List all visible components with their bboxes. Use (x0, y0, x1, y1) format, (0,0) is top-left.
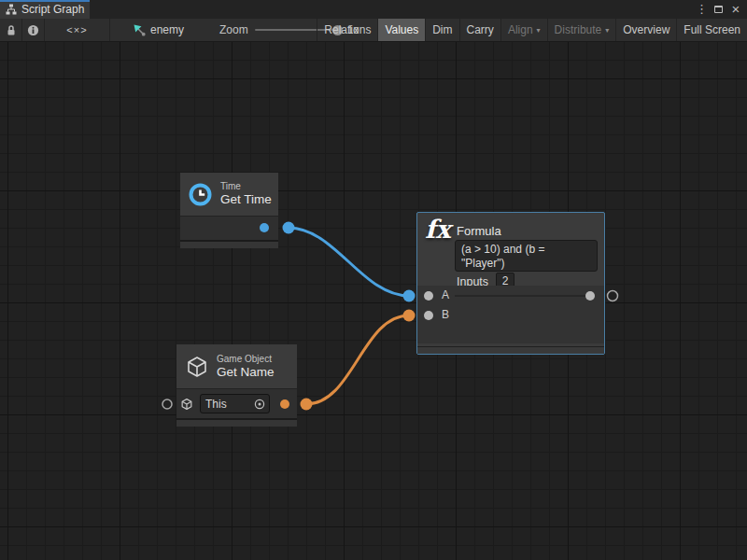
node-title: Get Name (217, 365, 275, 380)
node-category: Time (220, 181, 272, 192)
expression-line: "Player") (461, 257, 591, 271)
formula-expression-input[interactable]: (a > 10) and (b = "Player") (455, 240, 598, 272)
graph-breadcrumb[interactable]: enemy (133, 19, 184, 41)
node-get-time[interactable]: Time Get Time (180, 173, 278, 248)
dim-button[interactable]: Dim (425, 19, 458, 41)
tab-script-graph[interactable]: Script Graph (0, 0, 90, 19)
lock-button[interactable] (0, 19, 22, 41)
object-picker-icon[interactable] (253, 398, 266, 411)
cube-icon (180, 398, 193, 411)
align-button[interactable]: Align ▾ (500, 19, 547, 41)
script-graph-asset-icon (133, 23, 146, 36)
chevron-down-icon: ▾ (537, 26, 541, 35)
node-header: Game Object Get Name (176, 344, 297, 388)
info-icon (27, 24, 39, 36)
node-port-area: This (176, 388, 297, 418)
info-button[interactable] (22, 19, 45, 41)
fullscreen-button[interactable]: Full Screen (676, 19, 747, 41)
code-preview-button[interactable]: <×> (45, 19, 110, 41)
port-a-label: A (442, 288, 449, 301)
tab-title: Script Graph (21, 3, 84, 16)
target-object-value: This (201, 398, 253, 411)
toolbar: <×> enemy Zoom 1x Relations Values Dim C… (0, 19, 747, 42)
toolbar-right-group: Relations Values Dim Carry Align ▾ Distr… (317, 19, 747, 41)
maximize-icon[interactable] (714, 6, 723, 13)
graph-hierarchy-icon (6, 4, 17, 15)
node-title: Get Time (220, 192, 272, 207)
kebab-menu-icon[interactable]: ⋮ (696, 0, 707, 19)
node-footer (417, 346, 604, 354)
title-bar: Script Graph ⋮ × (0, 0, 747, 19)
window-controls: ⋮ × (696, 0, 745, 19)
graph-canvas[interactable] (0, 42, 747, 560)
graph-name: enemy (150, 23, 184, 36)
expression-line: (a > 10) and (b = (461, 243, 591, 257)
node-get-name[interactable]: Game Object Get Name This (176, 344, 297, 427)
distribute-button[interactable]: Distribute ▾ (547, 19, 616, 41)
lock-icon (6, 24, 17, 36)
active-tab-accent (0, 0, 90, 2)
values-button[interactable]: Values (377, 19, 425, 41)
formula-fx-icon: fx (425, 215, 451, 244)
game-object-cube-icon (185, 355, 209, 379)
node-category: Game Object (217, 354, 275, 365)
node-footer (180, 240, 278, 248)
clock-icon (188, 182, 213, 207)
port-b-label: B (442, 308, 449, 321)
script-graph-window: Script Graph ⋮ × <×> (0, 0, 747, 560)
node-formula-selected[interactable]: fx Formula (a > 10) and (b = "Player") I… (416, 212, 605, 355)
carry-button[interactable]: Carry (459, 19, 500, 41)
node-header: Time Get Time (180, 173, 278, 216)
node-port-area: A B (417, 286, 604, 343)
zoom-label: Zoom (219, 23, 248, 36)
overview-button[interactable]: Overview (615, 19, 676, 41)
relations-button[interactable]: Relations (317, 19, 377, 41)
node-title: Formula (457, 224, 501, 238)
chevron-down-icon: ▾ (605, 26, 609, 35)
node-footer (176, 418, 297, 427)
close-icon[interactable]: × (730, 0, 741, 19)
code-preview-icon: <×> (66, 24, 87, 35)
target-object-field[interactable]: This (200, 394, 270, 413)
node-port-area (180, 216, 278, 240)
